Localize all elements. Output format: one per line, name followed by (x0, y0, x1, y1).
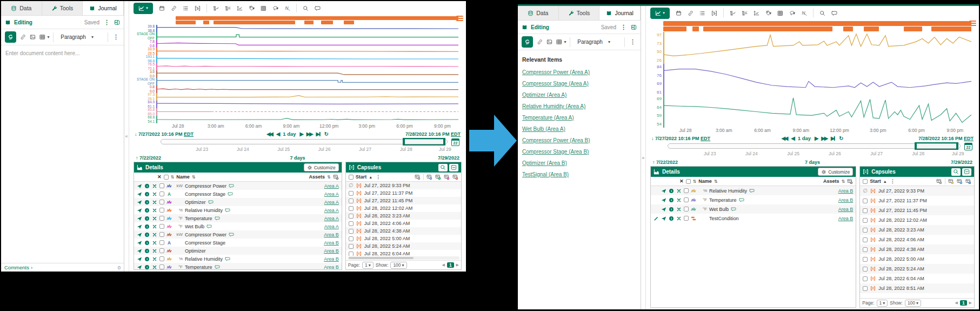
relevant-item-link[interactable]: TestSignal (Area B) (522, 171, 636, 177)
table-row[interactable]: i%Relative HumidityArea B (651, 186, 856, 195)
info-icon[interactable]: i (669, 207, 674, 212)
column-header-start[interactable]: Start (870, 178, 881, 184)
insert-table-icon[interactable] (39, 34, 45, 40)
toolbar-lasso-button[interactable]: ▾ (270, 3, 281, 14)
pin-icon[interactable] (137, 264, 142, 270)
timeline-selection[interactable] (915, 142, 958, 150)
row-checkbox[interactable] (863, 218, 868, 223)
tab-journal[interactable]: Journal (599, 6, 641, 20)
tab-tools[interactable]: Tools (559, 6, 600, 20)
insert-link-icon[interactable] (537, 39, 543, 45)
show-select[interactable]: 100▾ (390, 262, 406, 269)
remove-icon[interactable] (152, 256, 157, 262)
comment-bubble-icon[interactable] (229, 183, 234, 189)
search-capsules-button[interactable] (438, 164, 448, 171)
table-row[interactable]: i°FTemperatureArea B (651, 195, 856, 204)
relevant-item-link[interactable]: Compressor Stage (Area B) (522, 149, 636, 155)
column-menu-icon[interactable]: ⋮ (375, 174, 382, 180)
remove-icon[interactable] (152, 216, 157, 221)
toolbar-zoom-button[interactable] (817, 8, 828, 18)
relevant-item-link[interactable]: Compressor Power (Area B) (522, 137, 636, 143)
capsule-segment[interactable] (663, 21, 971, 26)
capsule-row[interactable]: Jul 27, 2022 11:37 PM (346, 189, 461, 197)
table-row[interactable]: ikWCompressor PowerArea A (134, 182, 342, 190)
calendar-icon[interactable]: 22 (451, 138, 459, 146)
capsule-row[interactable]: Jul 28, 2022 4:38 AM (346, 227, 461, 235)
toolbar-dim3-button[interactable] (235, 3, 245, 14)
info-icon[interactable]: i (144, 232, 150, 237)
customize-button[interactable]: Customize (818, 168, 853, 176)
capsule-row[interactable]: ∅Jul 27, 2022 9:33 PM (346, 182, 461, 189)
info-icon[interactable]: i (669, 197, 674, 203)
info-icon[interactable]: i (144, 183, 150, 189)
table-caret-icon[interactable]: ▾ (564, 39, 566, 44)
row-checkbox[interactable] (863, 208, 868, 213)
capsule-row[interactable]: Jul 28, 2022 3:23 AM (860, 225, 974, 235)
search-capsules-button[interactable] (951, 168, 961, 176)
row-checkbox[interactable] (349, 206, 354, 211)
investigate-start[interactable]: 7/22/2022 (139, 155, 161, 161)
next-page-button[interactable]: ▶ (969, 301, 972, 305)
toolbar-link-button[interactable] (685, 8, 696, 18)
timezone-link[interactable]: EDT (701, 136, 710, 141)
next-page-button[interactable]: ▶ (456, 263, 459, 267)
toolbar-cursor-button[interactable]: N (282, 3, 292, 14)
step-forward-fast-button[interactable]: ▶▶ (821, 135, 827, 141)
row-checkbox[interactable] (349, 191, 354, 196)
pin-icon[interactable] (137, 191, 142, 197)
add-stat-column-icon[interactable] (936, 178, 942, 184)
table-settings-icon[interactable] (333, 174, 339, 180)
column-header-name[interactable]: Name (176, 174, 190, 180)
toolbar-dim1-button[interactable] (211, 3, 221, 14)
edit-icon[interactable] (654, 216, 659, 221)
pin-icon[interactable] (661, 207, 666, 212)
remove-icon[interactable] (152, 183, 157, 189)
comment-bubble-icon[interactable] (215, 216, 220, 221)
capsule-segment[interactable] (176, 16, 458, 20)
investigate-end[interactable]: 7/29/2022 (951, 160, 972, 165)
add-stat-column-icon[interactable] (957, 178, 963, 184)
timezone-link[interactable]: EDT (184, 131, 194, 137)
column-header-name[interactable]: Name (698, 178, 712, 184)
capsule-row[interactable]: Jul 28, 2022 6:04 AM (860, 274, 974, 283)
toolbar-tag-button[interactable]: ▾ (763, 8, 774, 18)
capsule-row[interactable]: Jul 28, 2022 6:04 AM (346, 250, 461, 256)
toolbar-comment-button[interactable] (829, 8, 839, 18)
row-checkbox[interactable] (159, 232, 164, 237)
sort-ascending-icon[interactable]: ▲ (369, 175, 372, 179)
capsule-row[interactable]: Jul 28, 2022 4:06 AM (346, 220, 461, 227)
show-select[interactable]: 100▾ (905, 300, 921, 307)
capsule-segment[interactable] (663, 27, 686, 31)
row-checkbox[interactable] (863, 247, 868, 252)
add-stat-column-icon[interactable] (452, 174, 458, 180)
asset-link[interactable]: Area A (324, 208, 339, 213)
row-checkbox[interactable] (684, 188, 689, 193)
add-stat-column-icon[interactable] (948, 178, 954, 184)
column-header-assets[interactable]: Assets (309, 174, 325, 180)
table-row[interactable]: ikWCompressor PowerArea B (134, 230, 342, 239)
table-row[interactable]: iACompressor StageArea B (134, 239, 342, 247)
timeline-track[interactable]: Jul 23Jul 24Jul 25Jul 26Jul 27Jul 28Jul … (161, 139, 448, 144)
asset-link[interactable]: Area B (324, 240, 339, 246)
asset-link[interactable]: Area A (324, 183, 339, 189)
capsule-segment[interactable] (904, 27, 922, 31)
pin-icon[interactable] (661, 197, 666, 203)
investigate-duration[interactable]: 7 days (290, 155, 305, 161)
toolbar-dim1-button[interactable] (728, 8, 738, 18)
asset-link[interactable]: Area A (324, 191, 339, 197)
toolbar-link-button[interactable] (169, 3, 179, 14)
collapse-panel-button[interactable] (962, 168, 971, 176)
pin-icon[interactable] (137, 248, 142, 254)
pin-icon[interactable] (137, 224, 142, 229)
relevant-item-link[interactable]: Optimizer (Area B) (522, 160, 636, 166)
capsule-segment[interactable] (344, 21, 355, 24)
info-icon[interactable]: i (144, 208, 150, 213)
step-back-button[interactable]: ◀ (791, 135, 794, 141)
capsule-row[interactable]: Jul 28, 2022 5:00 AM (346, 235, 461, 242)
row-checkbox[interactable] (349, 229, 354, 234)
pin-icon[interactable] (661, 216, 666, 221)
sort-icon[interactable]: ⇅ (171, 175, 175, 180)
sidebar-collapse-handle[interactable]: « (641, 6, 646, 309)
toolbar-capsules-button[interactable] (709, 8, 719, 18)
insert-table-icon[interactable] (556, 39, 562, 45)
